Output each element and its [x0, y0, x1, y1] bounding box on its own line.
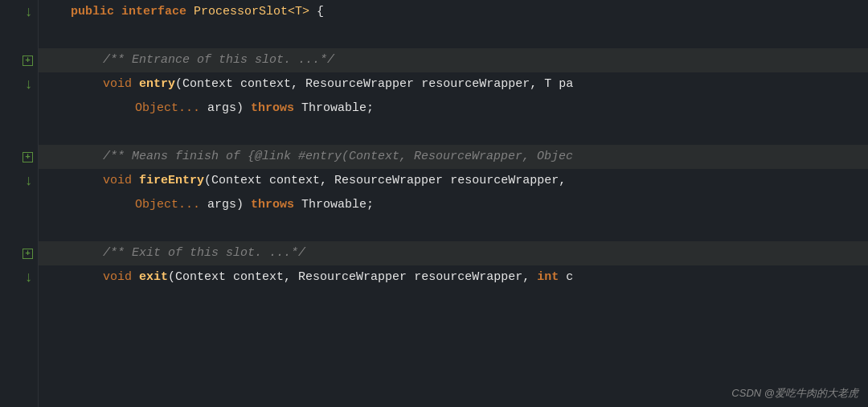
- param-context-3: context,: [226, 265, 298, 290]
- keyword-int: int: [537, 265, 559, 290]
- code-editor: ↓ + ↓ + ↓ + ↓: [0, 0, 868, 407]
- code-line-fire1: void fireEntry ( Context context, Resour…: [39, 169, 868, 193]
- keyword-object-2: Object...: [135, 193, 200, 217]
- keyword-public: public: [71, 0, 114, 24]
- gutter-row-blank1: [0, 24, 38, 48]
- type-resourcewrapper-2: ResourceWrapper: [334, 169, 443, 193]
- gutter-row-entry2: [0, 97, 38, 121]
- code-line-blank3: [39, 217, 868, 241]
- exception-throwable-2: Throwable;: [294, 193, 374, 217]
- param-t: T pa: [544, 72, 573, 97]
- type-context-3: Context: [175, 265, 226, 290]
- brace-open: {: [317, 0, 324, 24]
- type-context-1: Context: [182, 72, 233, 97]
- gutter-row-exit1: ↓: [0, 265, 38, 290]
- code-line-entry2: Object... args) throws Throwable;: [39, 97, 868, 121]
- param-args-2: args): [200, 193, 251, 217]
- type-resourcewrapper-1: ResourceWrapper: [305, 72, 414, 97]
- arrow-icon-3: ↓: [24, 174, 33, 188]
- code-line-1: public interface ProcessorSlot<T> {: [39, 0, 868, 24]
- space-4: [132, 265, 139, 290]
- param-context-1: context,: [233, 72, 305, 97]
- exception-throwable-1: Throwable;: [294, 97, 374, 121]
- code-line-blank2: [39, 121, 868, 145]
- code-line-comment3: /** Exit of this slot. ...*/: [39, 241, 868, 265]
- space-2: [132, 72, 139, 97]
- param-context-2: context,: [262, 169, 334, 193]
- gutter-row-comment3[interactable]: +: [0, 241, 38, 265]
- keyword-throws-1: throws: [251, 97, 294, 121]
- param-resourcewrapper-2: resourceWrapper,: [443, 169, 566, 193]
- code-line-entry1: void entry ( Context context, ResourceWr…: [39, 72, 868, 97]
- param-resourcewrapper-3: resourceWrapper,: [407, 265, 537, 290]
- gutter: ↓ + ↓ + ↓ + ↓: [0, 0, 39, 407]
- comment-entrance: /** Entrance of this slot. ...*/: [103, 48, 334, 72]
- code-line-comment1: /** Entrance of this slot. ...*/: [39, 48, 868, 72]
- fold-icon-1[interactable]: +: [23, 56, 33, 66]
- code-line-comment2: /** Means finish of {@link #entry(Contex…: [39, 145, 868, 169]
- code-area: public interface ProcessorSlot<T> { /** …: [39, 0, 868, 407]
- watermark: CSDN @爱吃牛肉的大老虎: [731, 386, 858, 401]
- gutter-row-blank3: [0, 217, 38, 241]
- paren-1: (: [175, 72, 182, 97]
- arrow-icon-2: ↓: [24, 77, 33, 92]
- keyword-interface: interface: [121, 0, 186, 24]
- paren-3: (: [168, 265, 175, 290]
- keyword-throws-2: throws: [251, 193, 294, 217]
- param-resourcewrapper-1: resourceWrapper,: [414, 72, 544, 97]
- type-context-2: Context: [211, 169, 262, 193]
- param-c: c: [559, 265, 573, 290]
- space-3: [132, 169, 139, 193]
- gutter-row-comment1[interactable]: +: [0, 48, 38, 72]
- gutter-row-1: ↓: [0, 0, 38, 24]
- keyword-void-3: void: [103, 265, 132, 290]
- paren-2: (: [204, 169, 211, 193]
- arrow-icon-1: ↓: [24, 5, 33, 19]
- fold-icon-3[interactable]: +: [23, 249, 33, 259]
- arrow-icon-4: ↓: [24, 270, 33, 285]
- method-entry: entry: [139, 72, 175, 97]
- keyword-object-1: Object...: [135, 97, 200, 121]
- gutter-row-fire1: ↓: [0, 169, 38, 193]
- method-fireentry: fireEntry: [139, 169, 204, 193]
- type-resourcewrapper-3: ResourceWrapper: [298, 265, 407, 290]
- class-processorslot: ProcessorSlot<T>: [186, 0, 317, 24]
- comment-fireentry: /** Means finish of {@link #entry(Contex…: [103, 145, 573, 169]
- code-line-blank1: [39, 24, 868, 48]
- comment-exit: /** Exit of this slot. ...*/: [103, 241, 305, 265]
- keyword-void-1: void: [103, 72, 132, 97]
- gutter-row-comment2[interactable]: +: [0, 145, 38, 169]
- fold-icon-2[interactable]: +: [23, 152, 33, 162]
- code-line-fire2: Object... args) throws Throwable;: [39, 193, 868, 217]
- gutter-row-fire2: [0, 193, 38, 217]
- code-line-exit1: void exit ( Context context, ResourceWra…: [39, 265, 868, 290]
- keyword-void-2: void: [103, 169, 132, 193]
- gutter-row-blank2: [0, 121, 38, 145]
- space-1: [114, 0, 121, 24]
- method-exit: exit: [139, 265, 168, 290]
- param-args-1: args): [200, 97, 251, 121]
- gutter-row-entry1: ↓: [0, 72, 38, 97]
